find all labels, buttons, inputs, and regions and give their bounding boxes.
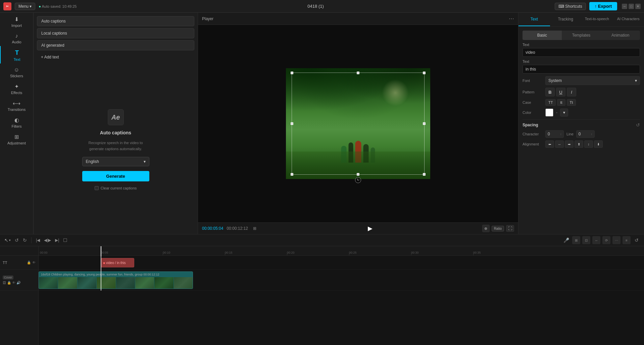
- tl-scroll[interactable]: 00:00 00:05 00:10 00:15 00:20 00:25 00:3…: [39, 246, 644, 345]
- export-button2[interactable]: ↑ Export: [589, 2, 617, 10]
- tl-split-start[interactable]: |◀: [35, 237, 41, 244]
- playhead-indicator: [101, 246, 101, 256]
- al-mid[interactable]: ↕: [584, 140, 593, 148]
- project-title2: 0418 (1): [307, 4, 324, 9]
- tool-filters[interactable]: ◐Filters: [0, 114, 33, 130]
- char-input[interactable]: 0↕: [545, 130, 564, 138]
- tool-effects[interactable]: ✦Effects: [0, 80, 33, 97]
- video-container: ↻: [286, 68, 430, 179]
- lock-icon-t[interactable]: 🔒: [27, 261, 31, 264]
- auto-cap-title: Auto captions: [100, 130, 131, 135]
- lock-icon-v[interactable]: 🔒: [7, 281, 11, 285]
- tl-text-row: ■ video / in this: [39, 256, 644, 270]
- stab-basic[interactable]: Basic: [523, 31, 562, 40]
- tool-adjustment[interactable]: ⊞Adjustment: [0, 130, 33, 147]
- text-clip-label: video / in this: [106, 261, 126, 265]
- underline-btn[interactable]: U: [556, 88, 565, 96]
- tl-headers: TT 🔒 👁 Cover 🖼 🔒 👁 🔊: [0, 246, 39, 345]
- tl-text-clip[interactable]: ■ video / in this: [101, 258, 134, 267]
- al-left[interactable]: ⬅: [545, 140, 554, 148]
- zoom-ctrl[interactable]: ⊕: [482, 225, 490, 232]
- add-text-btn[interactable]: + Add text: [37, 52, 194, 62]
- audio-icon-v[interactable]: 🔊: [16, 281, 20, 285]
- ai-gen-btn[interactable]: AI generated: [37, 40, 194, 50]
- al-top[interactable]: ⬆: [575, 140, 583, 148]
- al-center[interactable]: ↔: [555, 140, 564, 148]
- player-menu[interactable]: ⋯: [509, 15, 514, 22]
- tl-tracks: ■ video / in this 16of18 Children playin…: [39, 256, 644, 291]
- shortcuts-button2[interactable]: ⌨ Shortcuts: [555, 3, 586, 10]
- rtab-tts[interactable]: Text-to-speech: [581, 13, 613, 26]
- eye-icon-v[interactable]: 👁: [12, 281, 15, 285]
- color-sel[interactable]: ▾: [560, 109, 568, 117]
- text2-label: Text: [523, 59, 640, 63]
- tl-reset-icon[interactable]: ↺: [633, 236, 641, 244]
- tl-icon6[interactable]: ≡: [623, 236, 631, 244]
- tl-icon1[interactable]: ⊞: [572, 236, 580, 244]
- tool-audio[interactable]: ♪Audio: [0, 30, 33, 46]
- text2-input[interactable]: [523, 65, 640, 74]
- ratio-ctrl[interactable]: Ratio: [492, 226, 504, 231]
- tl-undo[interactable]: ↺: [14, 236, 20, 244]
- rtab-ai[interactable]: AI Characters: [613, 13, 644, 26]
- min-btn[interactable]: ─: [622, 4, 627, 9]
- caption-panel2: Auto captions Local captions AI generate…: [34, 13, 198, 234]
- tool-text[interactable]: TText: [0, 46, 33, 63]
- menu-button2[interactable]: Menu ▾: [15, 3, 35, 10]
- tl-redo[interactable]: ↻: [22, 236, 28, 244]
- tl-split-end[interactable]: ▶|: [54, 237, 60, 244]
- font-sel[interactable]: System▾: [545, 76, 640, 85]
- rtab-tracking[interactable]: Tracking: [550, 13, 582, 26]
- max-btn[interactable]: □: [629, 4, 634, 9]
- lang-dropdown[interactable]: English▾: [82, 157, 149, 166]
- spacing-reset[interactable]: ↺: [636, 122, 640, 128]
- case-btn-lower[interactable]: tt: [557, 99, 565, 106]
- color-sw[interactable]: [545, 109, 553, 117]
- italic-btn[interactable]: I: [567, 88, 576, 96]
- logo2: ✂: [3, 2, 11, 10]
- auto-cap-desc: Recognize speech in the video togenerate…: [88, 140, 143, 152]
- autosave2: ● Auto saved: 10:49:25: [39, 4, 77, 8]
- auto-cap-btn[interactable]: Auto captions: [37, 16, 194, 26]
- play-btn[interactable]: ▶: [368, 225, 373, 232]
- tl-body: TT 🔒 👁 Cover 🖼 🔒 👁 🔊: [0, 246, 644, 345]
- tl-video-clip[interactable]: 16of18 Children playing, dancing, young …: [39, 271, 193, 289]
- sel-box: ↻: [292, 73, 425, 175]
- stab-animation[interactable]: Animation: [601, 31, 640, 40]
- local-cap-btn[interactable]: Local captions: [37, 28, 194, 38]
- al-bot[interactable]: ⬇: [594, 140, 603, 148]
- cls-btn[interactable]: ✕: [635, 4, 641, 9]
- rtab-text[interactable]: Text: [518, 13, 550, 26]
- text1-input[interactable]: [523, 48, 640, 57]
- eye-icon-t[interactable]: 👁: [32, 261, 36, 264]
- line-input[interactable]: 0↕: [576, 130, 595, 138]
- bold-btn[interactable]: B: [545, 88, 555, 96]
- tool-import[interactable]: ⬇Import: [0, 13, 33, 30]
- rotate-ctrl[interactable]: ↻: [355, 177, 361, 183]
- toolbar2: ⬇Import ♪Audio TText ☺Stickers ✦Effects …: [0, 13, 34, 234]
- generate-btn[interactable]: Generate: [82, 171, 149, 181]
- tl-split[interactable]: ◀|▶: [43, 237, 52, 244]
- case-btn-upper[interactable]: TT: [545, 99, 556, 106]
- pattern-lbl: Pattern: [523, 90, 543, 94]
- clear-captions[interactable]: Clear current captions: [95, 186, 137, 190]
- case-btn-title[interactable]: Tt: [567, 99, 576, 106]
- stab-templates[interactable]: Templates: [562, 31, 601, 40]
- right-panel2: Text Tracking Text-to-speech AI Characte…: [518, 13, 644, 234]
- tl-cursor-tool[interactable]: ↖ ▾: [3, 236, 12, 244]
- tt-icon: TT: [3, 261, 7, 265]
- player2: Player ⋯: [198, 13, 518, 234]
- tl-icon4[interactable]: ⟳: [602, 236, 610, 244]
- al-right[interactable]: ➡: [565, 140, 574, 148]
- tool-transitions[interactable]: ⟷Transitions: [0, 97, 33, 114]
- case-lbl: Case: [523, 100, 543, 104]
- fullscreen-ctrl[interactable]: ⛶: [506, 225, 514, 232]
- tl-icon5[interactable]: ⋯: [612, 236, 621, 244]
- tot-time: 00:00:12:12: [227, 226, 248, 231]
- tl-icon3[interactable]: ↔: [592, 236, 600, 244]
- tl-delete[interactable]: ☐: [62, 236, 68, 244]
- grid-view-icon[interactable]: ⊞: [251, 225, 258, 232]
- tool-stickers[interactable]: ☺Stickers: [0, 63, 33, 80]
- tl-mic-icon[interactable]: 🎤: [562, 236, 570, 244]
- tl-icon2[interactable]: ⊡: [582, 236, 590, 244]
